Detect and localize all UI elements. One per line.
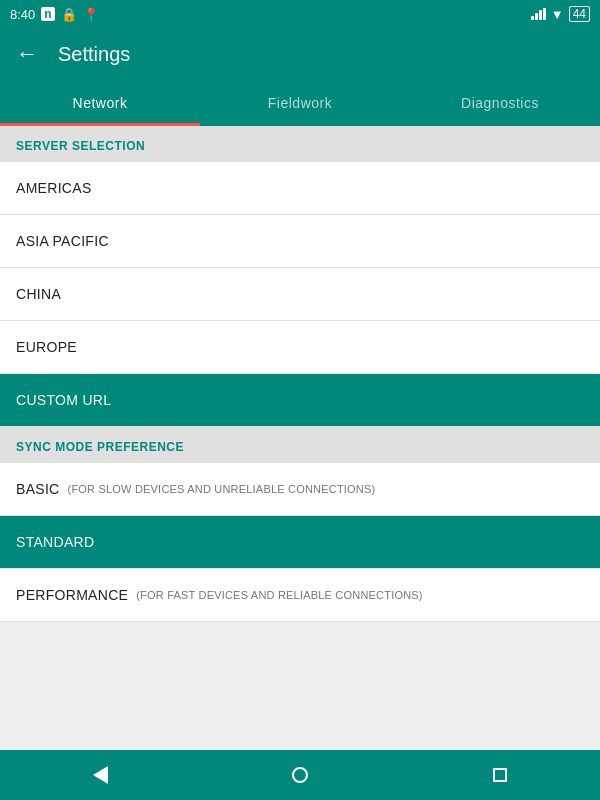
sync-mode-label: SYNC MODE PREFERENCE: [16, 440, 184, 454]
notification-lock: 🔒: [61, 7, 77, 22]
tab-fieldwork[interactable]: Fieldwork: [200, 80, 400, 126]
server-china[interactable]: CHINA: [0, 268, 600, 321]
status-time: 8:40 n 🔒 📍: [10, 7, 99, 22]
tabs-container: Network Fieldwork Diagnostics: [0, 80, 600, 126]
empty-area: [0, 622, 600, 750]
notification-n: n: [41, 7, 54, 21]
notification-pin: 📍: [83, 7, 99, 22]
sync-performance[interactable]: PERFORMANCE (FOR FAST DEVICES AND RELIAB…: [0, 569, 600, 622]
server-selection-label: SERVER SELECTION: [16, 139, 145, 153]
status-bar: 8:40 n 🔒 📍 ▼ 44: [0, 0, 600, 28]
server-europe[interactable]: EUROPE: [0, 321, 600, 374]
time-display: 8:40: [10, 7, 35, 22]
app-bar: ← Settings: [0, 28, 600, 80]
sync-mode-header: SYNC MODE PREFERENCE: [0, 427, 600, 463]
bottom-nav: [0, 750, 600, 800]
server-asia-pacific[interactable]: ASIA PACIFIC: [0, 215, 600, 268]
status-icons: ▼ 44: [531, 6, 590, 22]
tab-diagnostics[interactable]: Diagnostics: [400, 80, 600, 126]
signal-icon: [531, 8, 546, 20]
app-bar-title: Settings: [58, 43, 130, 66]
nav-home-button[interactable]: [280, 755, 320, 795]
sync-standard[interactable]: STANDARD: [0, 516, 600, 569]
nav-back-button[interactable]: [80, 755, 120, 795]
server-americas[interactable]: AMERICAS: [0, 162, 600, 215]
battery-icon: 44: [569, 6, 590, 22]
recent-square-icon: [493, 768, 507, 782]
content-area: SERVER SELECTION AMERICAS ASIA PACIFIC C…: [0, 126, 600, 750]
back-triangle-icon: [93, 766, 108, 784]
wifi-icon: ▼: [551, 7, 564, 22]
home-circle-icon: [292, 767, 308, 783]
back-button[interactable]: ←: [16, 41, 38, 67]
tab-network[interactable]: Network: [0, 80, 200, 126]
nav-recent-button[interactable]: [480, 755, 520, 795]
sync-basic[interactable]: BASIC (FOR SLOW DEVICES AND UNRELIABLE C…: [0, 463, 600, 516]
server-custom-url[interactable]: CUSTOM URL: [0, 374, 600, 427]
server-selection-header: SERVER SELECTION: [0, 126, 600, 162]
